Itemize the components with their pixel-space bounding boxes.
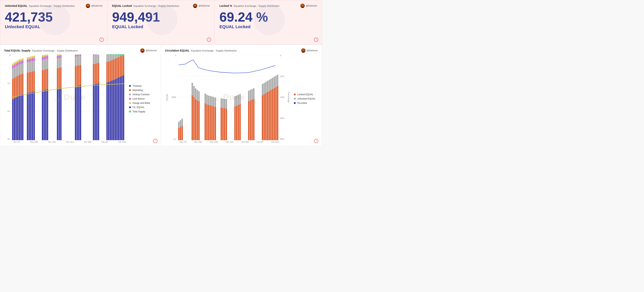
svg-rect-39 — [19, 61, 20, 64]
svg-rect-115 — [75, 54, 76, 55]
svg-rect-78 — [42, 60, 43, 70]
svg-rect-237 — [236, 96, 237, 106]
svg-rect-230 — [224, 108, 225, 140]
svg-rect-30 — [16, 61, 17, 64]
svg-rect-16 — [12, 99, 14, 140]
svg-rect-166 — [114, 54, 116, 59]
legend-item-marketing: Marketing — [129, 89, 157, 92]
svg-rect-23 — [14, 67, 15, 78]
svg-rect-138 — [96, 63, 98, 84]
svg-rect-45 — [20, 59, 22, 61]
chart-header-0: Total EQUAL Supply Equalizer Exchange - … — [4, 48, 157, 53]
svg-rect-260 — [270, 90, 272, 140]
svg-rect-143 — [98, 55, 99, 63]
svg-rect-246 — [251, 100, 253, 140]
svg-rect-75 — [34, 56, 35, 58]
svg-rect-112 — [75, 66, 76, 86]
svg-rect-63 — [30, 62, 32, 72]
svg-rect-103 — [58, 58, 60, 68]
svg-rect-173 — [118, 57, 119, 78]
legend-dot-pct-locked — [294, 102, 296, 104]
svg-rect-227 — [221, 98, 222, 107]
svg-rect-38 — [19, 64, 20, 75]
svg-rect-152 — [110, 81, 111, 140]
chart-user-label-0: @0xkhmer — [146, 49, 157, 52]
info-icon-0[interactable]: ! — [100, 37, 104, 42]
svg-rect-160 — [113, 80, 114, 140]
svg-rect-155 — [110, 54, 111, 55]
svg-rect-37 — [19, 75, 20, 95]
svg-rect-241 — [239, 94, 241, 104]
svg-rect-21 — [14, 98, 15, 140]
svg-rect-257 — [267, 81, 268, 92]
info-icon-chart-0[interactable]: ! — [153, 139, 158, 143]
svg-rect-88 — [45, 59, 46, 69]
svg-rect-222 — [213, 106, 214, 140]
chart-content-1: EQUAL 1m 500k 0 Dune — [165, 54, 291, 143]
chart-title-0: Total EQUAL Supply — [4, 49, 30, 52]
svg-rect-114 — [75, 55, 76, 56]
svg-rect-265 — [274, 77, 275, 88]
svg-point-7 — [302, 4, 304, 6]
svg-rect-35 — [17, 60, 18, 63]
svg-rect-236 — [236, 106, 237, 140]
svg-rect-58 — [28, 62, 30, 72]
svg-rect-131 — [93, 55, 94, 64]
svg-rect-177 — [120, 56, 121, 77]
svg-rect-199 — [180, 120, 181, 127]
svg-rect-167 — [114, 54, 116, 55]
svg-rect-140 — [96, 54, 98, 55]
top-row: Unlocked EQUAL Equalizer Exchange - Supp… — [0, 0, 322, 45]
chart-header-1: Circulation EQUAL Equalizer Exchange - S… — [165, 48, 318, 53]
svg-rect-203 — [192, 83, 193, 95]
x-axis-1: Nov 7th Nov 25th Dec 13th Dec 31st Jan 1… — [165, 140, 291, 143]
svg-rect-124 — [78, 55, 80, 56]
card-unlocked-equal: Unlocked EQUAL Equalizer Exchange - Supp… — [0, 0, 107, 45]
svg-rect-239 — [238, 95, 239, 105]
info-icon-2[interactable]: ! — [314, 37, 318, 42]
svg-rect-264 — [274, 88, 275, 140]
svg-rect-74 — [34, 58, 35, 61]
svg-rect-129 — [93, 85, 94, 140]
svg-rect-34 — [17, 62, 18, 65]
svg-rect-220 — [211, 106, 213, 140]
svg-rect-49 — [22, 60, 23, 64]
svg-rect-29 — [16, 63, 17, 66]
svg-rect-179 — [120, 54, 121, 55]
svg-rect-153 — [110, 61, 111, 81]
info-icon-1[interactable]: ! — [207, 37, 211, 42]
avatar-0 — [86, 4, 90, 8]
svg-rect-171 — [116, 54, 118, 55]
svg-rect-181 — [121, 55, 122, 76]
svg-rect-219 — [210, 96, 211, 105]
svg-rect-119 — [76, 55, 78, 56]
svg-rect-251 — [262, 84, 263, 95]
svg-rect-262 — [272, 89, 273, 140]
chart-user-1: @0xkhmer — [301, 48, 318, 53]
svg-rect-28 — [16, 66, 17, 77]
card-user-label-0: @0xkhmer — [91, 4, 102, 7]
card-locked-pct: Locked % Equalizer Exchange - Supply Dis… — [214, 0, 322, 45]
legend-dot-marketing — [129, 89, 131, 91]
svg-rect-97 — [57, 68, 58, 89]
chart-legend-1: Locked EQUAL Unlocked EQUAL %Locked — [291, 54, 318, 143]
svg-rect-263 — [272, 78, 273, 89]
svg-rect-84 — [44, 56, 45, 60]
svg-rect-18 — [12, 69, 14, 79]
svg-rect-125 — [80, 85, 81, 140]
svg-rect-60 — [28, 57, 30, 59]
svg-rect-242 — [248, 101, 250, 140]
legend-item-totalsupply: Total Supply — [129, 110, 157, 113]
svg-rect-89 — [45, 56, 46, 59]
svg-rect-269 — [277, 75, 278, 86]
svg-rect-54 — [27, 59, 28, 62]
svg-rect-148 — [108, 82, 109, 140]
svg-rect-48 — [22, 63, 23, 74]
svg-rect-159 — [111, 54, 113, 55]
legend-label-unlocked-equal: Unlocked EQUAL — [297, 97, 316, 100]
svg-rect-20 — [12, 63, 14, 65]
svg-rect-130 — [93, 64, 94, 85]
svg-rect-165 — [114, 59, 116, 79]
info-icon-chart-1[interactable]: ! — [314, 139, 318, 143]
legend-dot-totalsupply — [129, 111, 131, 113]
